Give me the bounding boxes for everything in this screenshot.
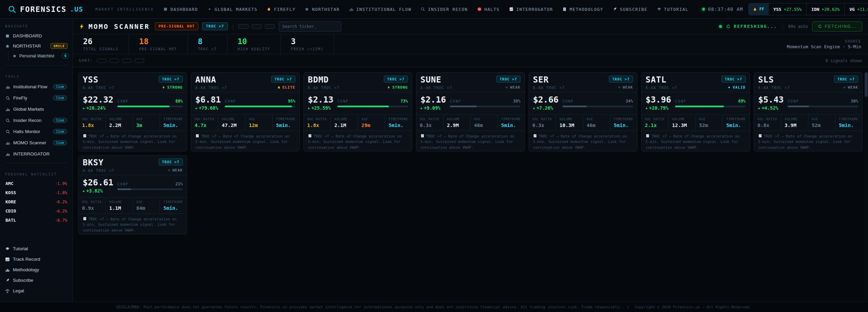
card-description: TROC >7 — Rate of Change acceleration on… [754,131,862,151]
stat-cell-value: 2.2M [109,123,129,128]
sidebar-link[interactable]: Track Record [5,254,67,264]
signal-card[interactable]: SER TROC >7 A-AA TROC >7 WEAK [529,72,637,151]
topnav-item[interactable]: DASHBOARD [163,7,198,12]
sidebar: NAVIGATE DASHBOARD NORTHSTAR SMILE Perso… [0,19,73,301]
card-stats: VOL RATIO 0.8x VOLUME 3.9M AGE 52m TIM [754,115,862,131]
filter-button[interactable] [265,24,275,29]
stat-cell-timeframe: TIMEFRAME 5min. [835,115,862,131]
ticker-strip-item[interactable]: IDN +20.62% [807,3,845,15]
confidence-label: CONF [450,99,461,103]
divider [5,65,67,66]
note-icon [758,134,762,138]
filter-button[interactable] [238,24,249,29]
sidebar-tool-item[interactable]: MOMO Scanner live [3,138,70,148]
ticker-change: +20.62% [822,7,840,12]
sidebar-tool-item[interactable]: INTERROGATOR [3,149,70,159]
sort-button[interactable] [135,59,144,63]
topnav-item[interactable]: GLOBAL MARKETS [207,7,257,12]
search-input[interactable] [279,21,341,32]
topnav-item-icon [509,7,514,12]
topnav-item[interactable]: NORTHSTAR [304,7,339,12]
fetch-button[interactable]: FETCHING... [812,21,862,32]
signal-card[interactable]: BDMD TROC >7 A-AA TROC >7 STRONG [303,72,412,151]
scrollbar[interactable] [865,72,868,300]
watchlist-row[interactable]: CDIO -6.2% [0,206,73,216]
card-header: BDMD TROC >7 A-AA TROC >7 STRONG [304,73,412,92]
ticker-strip-item[interactable]: VG +11.06% [845,3,868,15]
status-icon [162,86,165,89]
sort-button[interactable] [97,59,106,63]
sidebar-item-personal-watchlist[interactable]: Personal Watchlist 6 [8,51,73,60]
sidebar-link[interactable]: Methodology [5,264,67,275]
sort-button[interactable] [122,59,132,63]
topnav-item[interactable]: SUBSCRIBE [612,7,647,12]
disclaimer-text: DISCLAIMER: Past performance does not gu… [116,305,622,309]
watchlist-count-badge: 6 [62,53,69,58]
watchlist-row[interactable]: AMC -1.9% [0,179,73,188]
status-label: STRONG [392,85,408,90]
topnav-item[interactable]: INSTITUTIONAL FLOW [349,7,411,12]
sidebar-item-northstar[interactable]: NORTHSTAR SMILE [0,41,73,51]
topnav-item[interactable]: METHODOLOGY [562,7,603,12]
stat-cell-value: 47.2M [222,123,242,128]
signal-card[interactable]: SLS TROC >7 A-AA TROC >7 WEAK [754,72,863,151]
brand-logo[interactable]: FORENSICS .US [7,5,83,14]
stat-cell-age: AGE 52m [696,115,723,131]
stat-cell-value: 5min. [389,123,409,128]
watchlist-row[interactable]: KOSS -1.8% [0,188,73,197]
topnav-item[interactable]: TUTORIAL [657,7,689,12]
sidebar-tool-item[interactable]: FireFly live [3,93,70,103]
watchlist-row[interactable]: BATL -8.7% [0,216,73,225]
topbar: FORENSICS .US MARKET INTELLIGENCE DASHBO… [0,0,868,19]
filter-button[interactable] [252,24,262,29]
signal-card[interactable]: BKSY TROC >7 A-AA TROC >7 WEAK [78,155,187,234]
sidebar-tool-item[interactable]: Global Markets [3,104,70,114]
watchlist-row[interactable]: KORE -0.2% [0,197,73,206]
confidence-bar [337,106,408,107]
topnav-item[interactable]: FIREFLY [267,7,295,12]
tool-icon [5,96,10,100]
sidebar-link[interactable]: Subscribe [5,275,67,286]
tool-icon [5,118,10,123]
sidebar-link-icon [5,257,10,262]
status-label: ELITE [282,85,295,90]
stat-cell-label: TIMEFRAME [163,117,183,121]
ticker-strip-item[interactable]: YSS +27.55% [769,3,807,15]
status-label: VALID [733,85,746,90]
stat-cell-label: TIMEFRAME [389,117,409,121]
card-price-section: $2.13 ▲+25.59% CONF 73% [304,92,412,115]
confidence-value: 80% [175,99,183,104]
card-status: WEAK [617,85,633,90]
topnav-item[interactable]: INTERROGATOR [509,7,553,12]
confidence-bar-fill [117,106,170,107]
status-icon [277,86,281,89]
sidebar-tool-item[interactable]: Halts Monitor live [3,127,70,136]
signal-card[interactable]: YSS TROC >7 A-AA TROC >7 STRONG [78,72,187,151]
signal-card[interactable]: SUNE TROC >7 A-AA TROC >7 WEAK [416,72,525,151]
sidebar-tool-item[interactable]: Insider Recon live [3,115,70,125]
stat-cell-value: 4.7x [195,123,215,128]
watchlist-section-label: PERSONAL WATCHLIST [5,172,67,176]
status-icon [505,86,509,89]
topnav-item[interactable]: HALTS [477,7,500,12]
stat-cell-label: VOLUME [559,117,579,121]
tool-icon [5,129,10,134]
stat-cell-value: 5min. [163,123,183,128]
sort-button[interactable] [110,59,119,63]
stat-cell-timeframe: TIMEFRAME 5min. [273,115,299,131]
card-description-text: TROC >7 — Rate of Change acceleration on… [83,134,177,149]
sidebar-tool-item[interactable]: Institutional Flow live [3,82,70,92]
footer: DISCLAIMER: Past performance does not gu… [0,301,868,312]
card-subtitle: A-AA TROC >7 [83,86,115,90]
signal-card[interactable]: ANNA TROC >7 A-AA TROC >7 ELITE [191,72,300,151]
scrollbar-thumb[interactable] [865,72,868,97]
topnav-item[interactable]: INSIDER RECON [420,7,468,12]
signal-card[interactable]: SATL TROC >7 A-AA TROC >7 VALID [641,72,750,151]
refresh-icon [818,24,822,29]
sidebar-item-dashboard[interactable]: DASHBOARD [0,31,73,41]
stat-cell-timeframe: TIMEFRAME 5min. [160,115,187,131]
sidebar-tool-label: Halts Monitor [13,129,40,134]
sidebar-link[interactable]: Tutorial [5,243,67,254]
sidebar-link[interactable]: Legal [5,286,67,296]
confidence-block: CONF 95% [225,99,295,107]
